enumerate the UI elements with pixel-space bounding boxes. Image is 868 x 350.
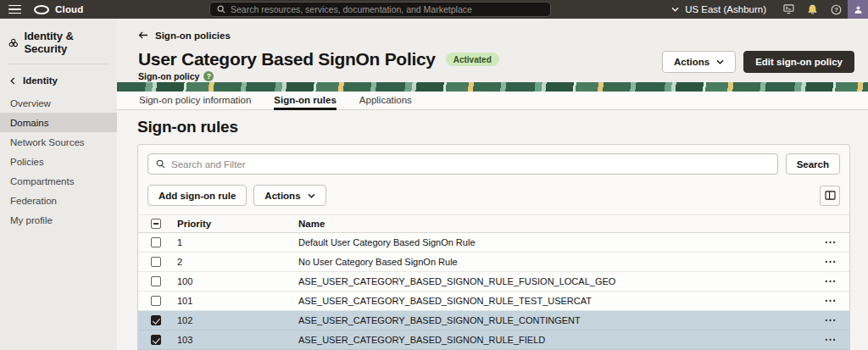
ellipsis-icon — [825, 241, 836, 244]
priority-cell: 100 — [177, 276, 298, 286]
table-row[interactable]: 100 ASE_USER_CATEGORY_BASED_SIGNON_RULE_… — [138, 272, 849, 292]
name-cell: ASE_USER_CATEGORY_BASED_SIGNON_RULE_CONT… — [298, 315, 810, 325]
tab-applications[interactable]: Applications — [359, 92, 412, 109]
sidebar-item-label: Network Sources — [10, 137, 85, 147]
column-header-name[interactable]: Name — [298, 219, 810, 229]
hamburger-menu-icon[interactable] — [8, 5, 21, 14]
status-badge: Activated — [446, 53, 499, 66]
name-cell: No User Category Based SignOn Rule — [298, 257, 810, 267]
select-all-checkbox[interactable] — [151, 219, 161, 229]
main-area: Sign-on policies User Category Based Sig… — [117, 19, 868, 350]
resource-type-label: Sign-on policy — [138, 71, 199, 81]
ellipsis-icon — [825, 280, 836, 283]
oracle-logo-icon[interactable] — [34, 5, 49, 14]
cloud-shell-icon — [783, 4, 794, 14]
column-header-priority[interactable]: Priority — [177, 219, 298, 229]
table-row[interactable]: 1 Default User Category Based SignOn Rul… — [138, 233, 849, 253]
content-area: Sign-on rules Search Add sign-on rule Ac… — [117, 110, 868, 350]
filter-search-box[interactable] — [147, 153, 778, 175]
chevron-down-icon — [308, 193, 315, 198]
name-cell: ASE_USER_CATEGORY_BASED_SIGNON_RULE_FUSI… — [298, 276, 810, 286]
sidebar-item-overview[interactable]: Overview — [0, 93, 117, 113]
back-link[interactable]: Sign-on policies — [138, 31, 231, 41]
page-title: User Category Based SignOn Policy — [138, 49, 436, 69]
add-sign-on-rule-button[interactable]: Add sign-on rule — [147, 185, 247, 206]
sidebar-item-network-sources[interactable]: Network Sources — [0, 132, 117, 152]
sidebar-item-label: Policies — [10, 157, 44, 167]
name-cell: ASE_USER_CATEGORY_BASED_SIGNON_RULE_TEST… — [298, 296, 810, 306]
bell-icon — [807, 4, 818, 15]
manage-columns-button[interactable] — [820, 186, 840, 206]
table-header-row: Priority Name — [138, 214, 849, 233]
chevron-down-icon — [671, 7, 679, 12]
back-link-label: Sign-on policies — [155, 31, 231, 41]
region-selector[interactable]: US East (Ashburn) — [671, 4, 766, 14]
sidebar-section-label: Identity — [23, 75, 58, 86]
row-checkbox[interactable] — [151, 335, 161, 345]
row-checkbox[interactable] — [151, 315, 161, 325]
sidebar-item-federation[interactable]: Federation — [0, 191, 117, 210]
help-button[interactable]: ? — [824, 0, 848, 19]
resource-help-icon[interactable]: ? — [203, 71, 214, 81]
help-icon: ? — [831, 4, 842, 15]
columns-icon — [825, 191, 836, 200]
table-row[interactable]: 2 No User Category Based SignOn Rule — [138, 253, 849, 272]
tab-label: Sign-on rules — [274, 95, 336, 105]
row-menu-button[interactable] — [822, 336, 838, 344]
tab-label: Applications — [359, 95, 412, 105]
sidebar-item-my-profile[interactable]: My profile — [0, 210, 117, 230]
filter-search-input[interactable] — [171, 159, 770, 169]
sidebar-item-label: Federation — [10, 196, 57, 206]
cloud-shell-button[interactable] — [776, 0, 800, 19]
identity-security-icon — [8, 37, 19, 48]
rules-heading: Sign-on rules — [137, 118, 851, 136]
row-menu-button[interactable] — [822, 238, 838, 247]
announcements-button[interactable] — [800, 0, 824, 19]
actions-dropdown-button[interactable]: Actions — [662, 51, 736, 73]
row-checkbox[interactable] — [151, 257, 161, 267]
sidebar-title: Identity & Security — [25, 30, 108, 55]
global-search-input[interactable] — [231, 4, 543, 14]
table-row[interactable]: 103 ASE_USER_CATEGORY_BASED_SIGNON_RULE_… — [138, 331, 849, 350]
sidebar: Identity & Security Identity OverviewDom… — [0, 19, 117, 350]
row-checkbox[interactable] — [151, 296, 161, 306]
sidebar-section-identity[interactable]: Identity — [0, 64, 117, 93]
tab-sign-on-policy-information[interactable]: Sign-on policy information — [139, 92, 251, 109]
ellipsis-icon — [825, 299, 836, 303]
sidebar-item-domains[interactable]: Domains — [0, 113, 117, 132]
banner-image — [117, 82, 868, 92]
sidebar-header: Identity & Security — [0, 19, 117, 64]
sidebar-item-label: Compartments — [10, 176, 74, 186]
priority-cell: 2 — [177, 257, 298, 267]
row-checkbox[interactable] — [151, 237, 161, 247]
search-button[interactable]: Search — [786, 153, 840, 175]
row-menu-button[interactable] — [822, 258, 838, 266]
tab-sign-on-rules[interactable]: Sign-on rules — [274, 92, 336, 109]
table-row[interactable]: 101 ASE_USER_CATEGORY_BASED_SIGNON_RULE_… — [138, 292, 849, 311]
row-menu-button[interactable] — [822, 316, 838, 325]
topbar: Cloud US East (Ashburn) ? — [0, 0, 868, 19]
user-icon — [854, 5, 863, 14]
sidebar-item-label: Overview — [10, 98, 51, 108]
row-checkbox[interactable] — [151, 276, 161, 286]
row-menu-button[interactable] — [822, 277, 838, 286]
edit-sign-on-policy-button[interactable]: Edit sign-on policy — [743, 51, 854, 73]
chevron-down-icon — [716, 59, 724, 64]
priority-cell: 102 — [177, 315, 298, 325]
search-icon — [217, 5, 225, 14]
table-actions-label: Actions — [264, 191, 300, 201]
priority-cell: 101 — [177, 296, 298, 306]
table-actions-dropdown-button[interactable]: Actions — [253, 185, 326, 206]
profile-button[interactable] — [848, 0, 868, 19]
row-menu-button[interactable] — [822, 297, 838, 305]
priority-cell: 1 — [177, 237, 298, 247]
chevron-left-icon — [10, 77, 15, 85]
table-row[interactable]: 102 ASE_USER_CATEGORY_BASED_SIGNON_RULE_… — [138, 311, 849, 331]
search-icon — [156, 159, 165, 169]
sidebar-item-policies[interactable]: Policies — [0, 152, 117, 171]
sidebar-item-compartments[interactable]: Compartments — [0, 171, 117, 191]
brand-label: Cloud — [55, 4, 84, 14]
ellipsis-icon — [825, 338, 836, 342]
name-cell: ASE_USER_CATEGORY_BASED_SIGNON_RULE_FIEL… — [298, 335, 810, 345]
global-search-box[interactable] — [209, 2, 551, 17]
